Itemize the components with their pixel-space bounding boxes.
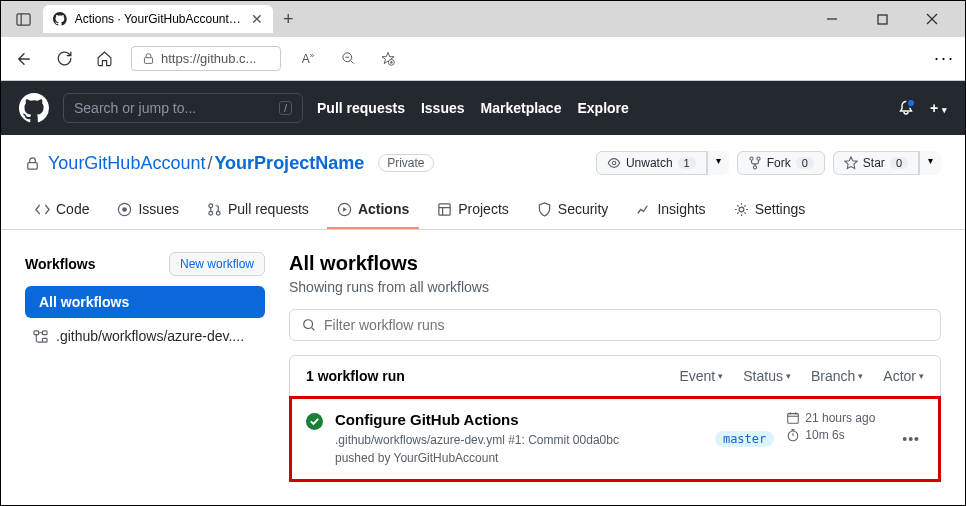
github-search[interactable]: Search or jump to... / [63, 93, 303, 123]
svg-rect-28 [34, 330, 39, 334]
workflow-name: .github/workflows/azure-dev.... [56, 328, 244, 344]
reader-button[interactable]: A» [295, 46, 321, 72]
browser-more-button[interactable]: ··· [934, 48, 955, 69]
window-close[interactable] [917, 4, 947, 34]
new-tab-button[interactable]: + [283, 9, 294, 30]
tab-code[interactable]: Code [25, 191, 99, 229]
tab-close-icon[interactable]: ✕ [251, 11, 263, 27]
notifications-button[interactable] [898, 100, 914, 116]
svg-rect-3 [878, 15, 887, 24]
svg-point-21 [209, 211, 213, 215]
nav-explore[interactable]: Explore [577, 100, 628, 116]
fork-icon [748, 156, 762, 170]
tab-groups-button[interactable] [9, 5, 37, 33]
filter-event[interactable]: Event▾ [679, 368, 723, 384]
page-title: All workflows [289, 252, 941, 275]
filter-box[interactable] [289, 309, 941, 341]
svg-point-22 [216, 211, 220, 215]
repo-tabs: Code Issues Pull requests Actions Projec… [1, 191, 965, 230]
svg-rect-34 [788, 414, 799, 424]
privacy-badge: Private [378, 154, 433, 172]
tab-issues[interactable]: Issues [107, 191, 188, 229]
run-title: Configure GitHub Actions [335, 411, 693, 428]
gear-icon [734, 202, 749, 217]
run-count: 1 workflow run [306, 368, 405, 384]
svg-point-16 [757, 157, 760, 160]
sidebar-workflow-item[interactable]: .github/workflows/azure-dev.... [25, 318, 265, 354]
github-nav: Pull requests Issues Marketplace Explore [317, 100, 629, 116]
lock-icon [142, 52, 155, 65]
notification-dot [906, 98, 916, 108]
page-subtitle: Showing runs from all workflows [289, 279, 941, 295]
sidebar-all-workflows[interactable]: All workflows [25, 286, 265, 318]
tab-settings[interactable]: Settings [724, 191, 816, 229]
workflows-sidebar: Workflows New workflow All workflows .gi… [25, 252, 265, 482]
svg-line-32 [312, 328, 315, 331]
github-favicon [53, 12, 67, 26]
filter-status[interactable]: Status▾ [743, 368, 791, 384]
svg-point-15 [750, 157, 753, 160]
star-button[interactable]: Star 0 [833, 151, 919, 175]
svg-point-27 [739, 207, 744, 212]
nav-pulls[interactable]: Pull requests [317, 100, 405, 116]
fork-button[interactable]: Fork 0 [737, 151, 825, 175]
back-button[interactable] [11, 46, 37, 72]
browser-tab[interactable]: Actions · YourGitHubAccount/Yo ✕ [43, 5, 273, 33]
run-more-button[interactable]: ••• [898, 431, 924, 447]
nav-issues[interactable]: Issues [421, 100, 465, 116]
tab-pulls[interactable]: Pull requests [197, 191, 319, 229]
repo-actions: Unwatch 1 ▾ Fork 0 Star 0 ▾ [596, 151, 941, 175]
browser-chrome: Actions · YourGitHubAccount/Yo ✕ + https… [1, 1, 965, 81]
svg-rect-29 [42, 330, 47, 334]
filter-actor[interactable]: Actor▾ [883, 368, 924, 384]
svg-point-31 [304, 320, 313, 329]
window-controls [817, 4, 957, 34]
search-icon [302, 318, 316, 332]
body: Workflows New workflow All workflows .gi… [1, 230, 965, 504]
branch-badge[interactable]: master [715, 431, 774, 447]
filter-input[interactable] [324, 317, 928, 333]
github-header: Search or jump to... / Pull requests Iss… [1, 81, 965, 135]
tab-projects[interactable]: Projects [427, 191, 519, 229]
unwatch-button[interactable]: Unwatch 1 [596, 151, 707, 175]
search-placeholder: Search or jump to... [74, 100, 196, 116]
tab-security[interactable]: Security [527, 191, 619, 229]
workflow-run-row[interactable]: Configure GitHub Actions .github/workflo… [290, 397, 940, 481]
svg-point-17 [753, 166, 756, 169]
repo-owner-link[interactable]: YourGitHubAccount [48, 153, 205, 173]
url-text: https://github.c... [161, 51, 256, 66]
graph-icon [636, 202, 651, 217]
play-icon [337, 202, 352, 217]
workflow-icon [33, 329, 48, 344]
browser-tab-bar: Actions · YourGitHubAccount/Yo ✕ + [1, 1, 965, 37]
create-menu[interactable]: + ▾ [930, 100, 947, 116]
repo-path: YourGitHubAccount/YourProjectName [48, 153, 364, 174]
star-dropdown[interactable]: ▾ [919, 151, 941, 175]
svg-point-14 [612, 161, 616, 165]
star-icon [844, 156, 858, 170]
run-desc2: pushed by YourGitHubAccount [335, 449, 693, 467]
repo-name-link[interactable]: YourProjectName [214, 153, 364, 173]
url-field[interactable]: https://github.c... [131, 46, 281, 71]
favorite-button[interactable] [375, 46, 401, 72]
svg-point-20 [209, 203, 213, 207]
filter-branch[interactable]: Branch▾ [811, 368, 863, 384]
svg-line-8 [350, 60, 353, 63]
svg-rect-24 [439, 203, 450, 214]
refresh-button[interactable] [51, 46, 77, 72]
home-button[interactable] [91, 46, 117, 72]
zoom-button[interactable] [335, 46, 361, 72]
svg-rect-30 [42, 338, 47, 342]
tab-title: Actions · YourGitHubAccount/Yo [75, 12, 243, 26]
svg-rect-13 [28, 162, 37, 169]
new-workflow-button[interactable]: New workflow [169, 252, 265, 276]
window-maximize[interactable] [867, 4, 897, 34]
tab-insights[interactable]: Insights [626, 191, 715, 229]
pr-icon [207, 202, 222, 217]
github-logo[interactable] [19, 93, 49, 123]
window-minimize[interactable] [817, 4, 847, 34]
nav-marketplace[interactable]: Marketplace [481, 100, 562, 116]
run-desc1: .github/workflows/azure-dev.yml #1: Comm… [335, 431, 693, 449]
unwatch-dropdown[interactable]: ▾ [707, 151, 729, 175]
tab-actions[interactable]: Actions [327, 191, 419, 229]
